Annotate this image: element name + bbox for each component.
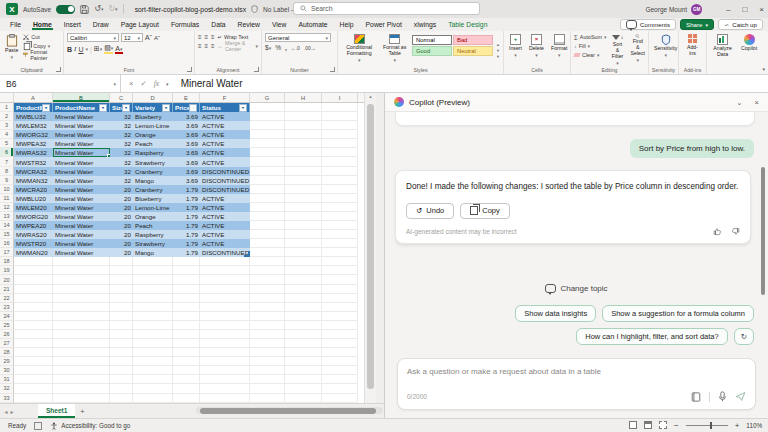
cell-A20[interactable] <box>14 275 53 284</box>
row-header-11[interactable]: 11 <box>0 194 14 203</box>
cell-D1[interactable]: Variety▾ <box>133 103 173 112</box>
cell-G13[interactable] <box>250 212 285 221</box>
cell-D12[interactable]: Lemon-Lime <box>133 203 173 212</box>
cell-G23[interactable] <box>250 303 285 312</box>
cell-C28[interactable] <box>110 348 133 357</box>
cell-F8[interactable]: DISCONTINUED <box>200 167 250 176</box>
cell-style-neutral[interactable]: Neutral <box>453 46 493 56</box>
addins-button[interactable]: Add-ins <box>682 33 703 65</box>
cell-E16[interactable]: 1.79 <box>173 239 200 248</box>
cell-C32[interactable] <box>110 384 133 393</box>
cell-H14[interactable] <box>285 221 322 230</box>
cell-F5[interactable]: ACTIVE <box>200 139 250 148</box>
horizontal-scrollbar[interactable] <box>196 407 383 414</box>
cell-A22[interactable] <box>14 294 53 303</box>
cell-B23[interactable] <box>53 303 110 312</box>
cell-A1[interactable]: ProductID▾ <box>14 103 53 112</box>
cell-H9[interactable] <box>285 176 322 185</box>
cell-F7[interactable]: ACTIVE <box>200 157 250 166</box>
cell-E2[interactable]: 3.69 <box>173 112 200 121</box>
cell-style-bad[interactable]: Bad <box>453 35 493 45</box>
cell-C18[interactable] <box>110 257 133 266</box>
cell-F29[interactable] <box>200 357 250 366</box>
cell-A28[interactable] <box>14 348 53 357</box>
suggestion-chip-how-can-i-highlight-filt[interactable]: How can I highlight, filter, and sort da… <box>576 328 727 345</box>
cell-F32[interactable] <box>200 384 250 393</box>
cell-G15[interactable] <box>250 230 285 239</box>
cell-D5[interactable]: Peach <box>133 139 173 148</box>
cell-A5[interactable]: MWPEA32 <box>14 139 53 148</box>
accounting-format-icon[interactable]: $▾ <box>265 44 271 51</box>
cell-D11[interactable]: Blueberry <box>133 194 173 203</box>
font-size-select[interactable]: 12▾ <box>121 33 143 42</box>
cell-G1[interactable] <box>250 103 285 112</box>
cell-I19[interactable] <box>322 266 358 275</box>
cell-I32[interactable] <box>322 384 358 393</box>
column-header-B[interactable]: B <box>53 93 110 102</box>
name-box[interactable]: B6 ▾ <box>0 75 121 92</box>
cell-B22[interactable] <box>53 294 110 303</box>
cell-B32[interactable] <box>53 384 110 393</box>
cell-B19[interactable] <box>53 266 110 275</box>
cell-H30[interactable] <box>285 366 322 375</box>
cell-C12[interactable]: 20 <box>110 203 133 212</box>
add-sheet-button[interactable]: + <box>75 404 89 418</box>
cell-E17[interactable]: 1.79 <box>173 248 200 257</box>
cell-D21[interactable] <box>133 285 173 294</box>
cell-C5[interactable]: 32 <box>110 139 133 148</box>
tab-data[interactable]: Data <box>205 20 231 29</box>
save-icon[interactable] <box>80 5 89 14</box>
comma-style-icon[interactable]: , <box>285 44 287 51</box>
column-header-F[interactable]: F <box>200 93 250 102</box>
row-header-1[interactable]: 1 <box>0 103 14 112</box>
cell-B10[interactable]: Mineral Water <box>53 185 110 194</box>
copilot-input[interactable]: Ask a question or make a request about d… <box>397 358 756 410</box>
filter-button[interactable]: ▾ <box>42 104 50 112</box>
thumbs-down-icon[interactable] <box>731 227 740 236</box>
cell-I7[interactable] <box>322 157 358 166</box>
pane-close-icon[interactable]: × <box>755 98 759 107</box>
column-header-A[interactable]: A <box>14 93 53 102</box>
cell-A15[interactable]: MWRAS20 <box>14 230 53 239</box>
gallery-scroll[interactable]: ▲▼▼ <box>496 35 500 65</box>
cell-A29[interactable] <box>14 357 53 366</box>
cell-I9[interactable] <box>322 176 358 185</box>
cell-G33[interactable] <box>250 394 285 403</box>
horizontal-scrollbar-thumb[interactable] <box>200 408 376 414</box>
cell-style-normal[interactable]: Normal <box>412 35 452 45</box>
cell-G19[interactable] <box>250 266 285 275</box>
cell-I17[interactable] <box>322 248 358 257</box>
minimize-button[interactable]: – <box>726 5 730 14</box>
increase-decimal-icon[interactable]: ←.0 <box>291 45 300 51</box>
cell-G8[interactable] <box>250 167 285 176</box>
cell-B28[interactable] <box>53 348 110 357</box>
cell-I22[interactable] <box>322 294 358 303</box>
cell-E5[interactable]: 3.69 <box>173 139 200 148</box>
number-dialog-launcher[interactable] <box>330 67 335 72</box>
cell-H4[interactable] <box>285 130 322 139</box>
cell-G28[interactable] <box>250 348 285 357</box>
cell-D26[interactable] <box>133 330 173 339</box>
cell-C31[interactable] <box>110 375 133 384</box>
suggestion-chip-show-data-insights[interactable]: Show data insights <box>515 305 596 322</box>
cell-A10[interactable]: MWCRA20 <box>14 185 53 194</box>
cell-A19[interactable] <box>14 266 53 275</box>
cell-B16[interactable]: Mineral Water <box>53 239 110 248</box>
filter-button[interactable]: ▾ <box>99 104 107 112</box>
undo-icon[interactable]: ↺▾ <box>94 5 103 13</box>
select-all-corner[interactable] <box>0 93 14 102</box>
cell-D8[interactable]: Cranberry <box>133 167 173 176</box>
accessibility-status[interactable]: Accessibility: Good to go <box>50 422 130 430</box>
row-header-17[interactable]: 17 <box>0 248 14 257</box>
cell-A12[interactable]: MWLEM20 <box>14 203 53 212</box>
share-button[interactable]: Share▾ <box>680 19 714 30</box>
cell-F1[interactable]: Status▾ <box>200 103 250 112</box>
cell-G26[interactable] <box>250 330 285 339</box>
paste-button[interactable]: Paste▾ <box>3 33 20 65</box>
cell-H10[interactable] <box>285 185 322 194</box>
cell-F31[interactable] <box>200 375 250 384</box>
cell-B11[interactable]: Mineral Water <box>53 194 110 203</box>
cell-H13[interactable] <box>285 212 322 221</box>
row-header-7[interactable]: 7 <box>0 157 14 166</box>
cell-A24[interactable] <box>14 312 53 321</box>
